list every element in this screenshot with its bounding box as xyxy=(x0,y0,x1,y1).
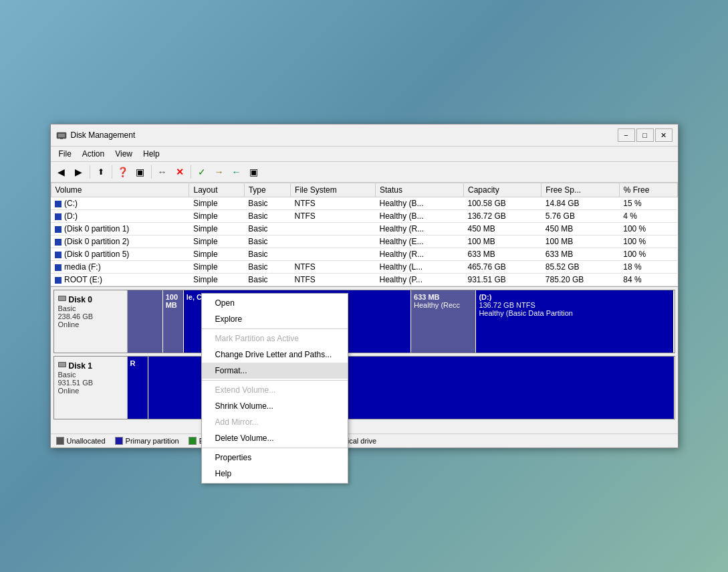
col-pct[interactable]: % Free xyxy=(619,183,677,197)
minimize-button[interactable]: − xyxy=(618,128,635,142)
disk-area-container: Disk 0Basic238.46 GBOnline100 MBle, C633… xyxy=(51,286,678,434)
col-volume[interactable]: Volume xyxy=(51,183,189,197)
col-capacity[interactable]: Capacity xyxy=(463,183,541,197)
table-row[interactable]: ROOT (E:)SimpleBasicNTFSHealthy (P...931… xyxy=(51,274,677,286)
screenshot-button[interactable]: ▣ xyxy=(246,164,262,180)
up-button[interactable]: ⬆ xyxy=(93,164,109,180)
svg-rect-2 xyxy=(60,138,63,139)
ctx-separator xyxy=(202,328,348,329)
disk-label-0: Disk 0Basic238.46 GBOnline xyxy=(54,290,128,353)
disk-name: Disk 0 xyxy=(58,294,123,304)
menu-view[interactable]: View xyxy=(110,148,138,160)
ctx-separator xyxy=(202,380,348,381)
col-free[interactable]: Free Sp... xyxy=(541,183,619,197)
menu-file[interactable]: File xyxy=(53,148,77,160)
import-button[interactable]: → xyxy=(211,164,227,180)
maximize-button[interactable]: □ xyxy=(636,128,654,142)
disk-row-0: Disk 0Basic238.46 GBOnline100 MBle, C633… xyxy=(53,290,675,353)
disk-type: Basic xyxy=(58,371,123,379)
toolbar-sep-1 xyxy=(90,165,90,179)
ctx-item-5: Extend Volume... xyxy=(202,382,348,398)
col-layout[interactable]: Layout xyxy=(189,183,244,197)
volume-table: Volume Layout Type File System Status Ca… xyxy=(51,183,678,286)
title-bar: Disk Management − □ ✕ xyxy=(51,124,678,147)
ctx-item-9[interactable]: Properties xyxy=(202,450,348,466)
toolbar-sep-2 xyxy=(112,165,112,179)
legend-bar: UnallocatedPrimary partitionExtended par… xyxy=(51,434,678,448)
col-filesystem[interactable]: File System xyxy=(291,183,376,197)
disk-name: Disk 1 xyxy=(58,361,123,371)
partition-1-0[interactable]: R xyxy=(128,357,149,419)
partition-name: R xyxy=(130,359,146,367)
legend-label: Unallocated xyxy=(67,437,106,445)
menu-bar: File Action View Help xyxy=(51,147,678,162)
window-title: Disk Management xyxy=(71,130,618,140)
volume-icon xyxy=(55,201,62,207)
col-status[interactable]: Status xyxy=(376,183,464,197)
table-row[interactable]: media (F:)SimpleBasicNTFSHealthy (L...46… xyxy=(51,261,677,274)
partition-0-3[interactable]: 633 MBHealthy (Recc xyxy=(411,290,476,353)
disk-icon xyxy=(58,294,66,304)
disk-row-1: Disk 1Basic931.51 GBOnlineR xyxy=(53,356,675,419)
partition-name: (D:) xyxy=(479,293,671,301)
table-row[interactable]: (D:)SimpleBasicNTFSHealthy (B...136.72 G… xyxy=(51,210,677,223)
table-row[interactable]: (Disk 0 partition 1)SimpleBasicHealthy (… xyxy=(51,223,677,235)
toolbar-sep-4 xyxy=(191,165,191,179)
delete-button[interactable]: ✕ xyxy=(172,164,188,180)
legend-color-box xyxy=(115,437,123,445)
ctx-item-1[interactable]: Explore xyxy=(202,311,348,327)
ctx-item-3[interactable]: Change Drive Letter and Paths... xyxy=(202,347,348,363)
ctx-item-0[interactable]: Open xyxy=(202,295,348,311)
partition-detail: Healthy (Recc xyxy=(414,301,473,309)
disk-status: Online xyxy=(58,320,123,328)
ctx-item-8[interactable]: Delete Volume... xyxy=(202,430,348,446)
volume-icon xyxy=(55,264,62,271)
volume-icon xyxy=(55,213,62,220)
volume-icon xyxy=(55,239,62,246)
help-toolbar-button[interactable]: ❓ xyxy=(115,164,131,180)
volume-icon xyxy=(55,252,62,258)
partition-0-1[interactable]: 100 MB xyxy=(163,290,184,353)
partition-name: 100 MB xyxy=(166,293,180,309)
toolbar-sep-3 xyxy=(151,165,152,179)
menu-action[interactable]: Action xyxy=(77,148,110,160)
ctx-item-6[interactable]: Shrink Volume... xyxy=(202,398,348,414)
wizard-button[interactable]: ✓ xyxy=(194,164,210,180)
disk-label-1: Disk 1Basic931.51 GBOnline xyxy=(54,357,128,419)
volume-table-wrapper[interactable]: Volume Layout Type File System Status Ca… xyxy=(51,183,678,286)
back-button[interactable]: ◀ xyxy=(53,164,70,180)
close-button[interactable]: ✕ xyxy=(655,128,673,142)
svg-rect-1 xyxy=(58,134,65,137)
table-row[interactable]: (Disk 0 partition 5)SimpleBasicHealthy (… xyxy=(51,248,677,261)
legend-color-box xyxy=(189,437,197,445)
disk-type: Basic xyxy=(58,304,123,312)
disk-icon xyxy=(58,361,66,371)
partition-detail: Healthy (Basic Data Partition xyxy=(479,309,671,317)
partition-0-0[interactable] xyxy=(128,290,163,353)
partition-detail: 136.72 GB NTFS xyxy=(479,301,671,309)
disk-status: Online xyxy=(58,387,123,395)
ctx-separator xyxy=(202,448,348,448)
ctx-item-10[interactable]: Help xyxy=(202,466,348,482)
forward-button[interactable]: ▶ xyxy=(71,164,87,180)
legend-label: Primary partition xyxy=(126,437,179,445)
svg-rect-4 xyxy=(59,296,66,300)
ctx-item-2: Mark Partition as Active xyxy=(202,330,348,347)
ctx-item-7: Add Mirror... xyxy=(202,414,348,430)
legend-item-1: Primary partition xyxy=(115,437,179,445)
legend-color-box xyxy=(56,437,64,445)
volume-icon xyxy=(55,277,62,284)
table-row[interactable]: (Disk 0 partition 2)SimpleBasicHealthy (… xyxy=(51,235,677,248)
col-type[interactable]: Type xyxy=(244,183,290,197)
disk-size: 931.51 GB xyxy=(58,379,123,387)
disk-visual-area: Disk 0Basic238.46 GBOnline100 MBle, C633… xyxy=(51,286,678,434)
connect-button[interactable]: ↔ xyxy=(154,164,170,180)
table-row[interactable]: (C:)SimpleBasicNTFSHealthy (B...100.58 G… xyxy=(51,197,677,210)
window-controls: − □ ✕ xyxy=(618,128,673,142)
partition-0-4[interactable]: (D:)136.72 GB NTFSHealthy (Basic Data Pa… xyxy=(476,290,674,353)
ctx-item-4[interactable]: Format... xyxy=(202,363,348,379)
export-button[interactable]: ← xyxy=(229,164,245,180)
menu-help[interactable]: Help xyxy=(138,148,165,160)
legend-item-0: Unallocated xyxy=(56,437,106,445)
properties-button[interactable]: ▣ xyxy=(132,164,148,180)
